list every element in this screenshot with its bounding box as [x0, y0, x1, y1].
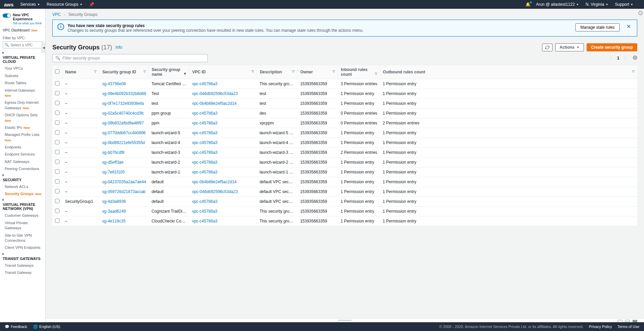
vpc-link[interactable]: vpc-c45786a3 — [192, 209, 217, 214]
sgid-link[interactable]: sg-4d3a8936 — [102, 199, 126, 204]
nav-resource-groups[interactable]: Resource Groups▼ — [47, 2, 82, 7]
sidebar-item[interactable]: Subnets — [0, 72, 45, 79]
table-row[interactable]: –sg-059726d21873accabdefaultvpc-046db925… — [52, 187, 637, 197]
vpc-link[interactable]: vpc-c45786a3 — [192, 219, 217, 223]
sidebar-item[interactable]: Virtual Private Gateways — [0, 219, 45, 232]
col-name[interactable]: Name▽ — [62, 65, 100, 79]
sidebar-item[interactable]: Elastic IPs New — [0, 124, 45, 131]
aws-logo[interactable]: aws — [4, 2, 14, 7]
create-security-group-button[interactable]: Create security group — [587, 43, 637, 51]
select-all-checkbox[interactable] — [55, 69, 59, 74]
table-row[interactable]: –sg-d5eff3aelaunch-wizard-2vpc-c45786a3l… — [52, 158, 637, 167]
table-row[interactable]: –sg-3aad6249Cognizant TrailDigest (...vp… — [52, 207, 637, 216]
table-row[interactable]: –sg-09e4b092b332b8d88Testvpc-046db92596c… — [52, 89, 637, 99]
manage-stale-rules-button[interactable]: Manage stale rules — [575, 23, 620, 31]
sidebar-item[interactable]: Transit Gateway — [0, 269, 45, 276]
sgid-link[interactable]: sg-059726d21873accab — [102, 189, 146, 194]
table-row[interactable]: –sg-7e81f105launch-wizard-1vpc-c45786a3l… — [52, 167, 637, 177]
vpc-link[interactable]: vpc-c45786a3 — [192, 131, 217, 135]
sidebar-item[interactable]: Your VPCs — [0, 65, 45, 72]
layout-full-icon[interactable] — [633, 320, 637, 322]
sgid-link[interactable]: sg-d5eff3ae — [102, 160, 124, 165]
page-prev-button[interactable]: 〈 — [607, 55, 614, 62]
col-desc[interactable]: Description▽ — [257, 65, 298, 79]
row-checkbox[interactable] — [55, 120, 59, 125]
help-panel-icon[interactable] — [638, 11, 643, 16]
sgid-link[interactable]: sg-09e4b092b332b8d88 — [102, 91, 146, 96]
sidebar-item[interactable]: Endpoints — [0, 144, 45, 151]
table-row[interactable]: –sg-0bd89221efe55355dlaunch-wizard-4vpc-… — [52, 138, 637, 148]
sidebar-item[interactable]: Endpoint Services — [0, 151, 45, 158]
row-checkbox[interactable] — [55, 130, 59, 135]
vpc-link[interactable]: vpc-c45786a3 — [192, 140, 217, 145]
nav-region[interactable]: N. Virginia▼ — [586, 2, 608, 7]
actions-dropdown[interactable]: Actions ▼ — [555, 43, 584, 51]
sgid-link[interactable]: sg-b07bcdf8 — [102, 150, 125, 155]
sidebar-item[interactable]: Client VPN Endpoints — [0, 244, 45, 251]
sidebar-item[interactable]: Peering Connections — [0, 165, 45, 172]
sgid-link[interactable]: sg-0f7e1732e93938efa — [102, 101, 144, 106]
vpc-link[interactable]: vpc-0b4b88e2ef5ac2d14 — [192, 101, 237, 106]
row-checkbox[interactable] — [55, 140, 59, 144]
sidebar-item[interactable]: Site-to-Site VPN Connections — [0, 232, 45, 244]
vpc-link[interactable]: vpc-046db92596c53da23 — [192, 91, 238, 96]
table-row[interactable]: –sg-b07bcdf8launch-wizard-3vpc-c45786a3l… — [52, 148, 637, 158]
table-row[interactable]: –sg-09b832afbd9a48f97ppmvpc-c45786a3vpcp… — [52, 118, 637, 128]
vpc-link[interactable]: vpc-c45786a3 — [192, 121, 217, 125]
row-checkbox[interactable] — [55, 199, 59, 203]
new-experience-feedback-link[interactable]: Tell us what you think — [13, 22, 42, 25]
row-checkbox[interactable] — [55, 218, 59, 223]
sidebar-item[interactable]: Customer Gateways — [0, 212, 45, 219]
col-inbound[interactable]: Inbound rules count▽ — [338, 65, 380, 79]
vpc-filter-field[interactable] — [10, 43, 41, 47]
layout-bottom-icon[interactable] — [618, 320, 622, 322]
refresh-button[interactable] — [542, 44, 552, 51]
row-checkbox[interactable] — [55, 179, 59, 184]
table-row[interactable]: SecurityGroup1sg-4d3a8936defaultvpc-c457… — [52, 197, 637, 207]
col-sgid[interactable]: Security group ID▽ — [100, 65, 149, 79]
table-row[interactable]: –sg-0770ddb67cc4b0886launch-wizard-5vpc-… — [52, 128, 637, 138]
vpc-link[interactable]: vpc-c45786a3 — [192, 81, 217, 86]
table-row[interactable]: –sg-43756e08Tomcat Certified by Bit...vp… — [52, 79, 637, 89]
sgid-link[interactable]: sg-3aad6249 — [102, 209, 126, 214]
sgid-link[interactable]: sg-04237035a2aa7ae44 — [102, 180, 146, 184]
sidebar-item[interactable]: NAT Gateways — [0, 158, 45, 165]
sgid-link[interactable]: sg-0770ddb67cc4b0886 — [102, 131, 146, 135]
sidebar-item[interactable]: DHCP Options Sets New — [0, 112, 45, 124]
section-toggle[interactable]: ▼ — [0, 173, 45, 177]
vpc-link[interactable]: vpc-046db92596c53da23 — [192, 189, 238, 194]
flash-close-button[interactable]: ✕ — [625, 23, 632, 30]
table-row[interactable]: –sg-02a5c40740c4cd3fcppm groupvpc-c45786… — [52, 109, 637, 118]
row-checkbox[interactable] — [55, 81, 59, 86]
new-experience-toggle[interactable] — [3, 14, 11, 18]
sgid-link[interactable]: sg-43756e08 — [102, 81, 126, 86]
row-checkbox[interactable] — [55, 169, 59, 174]
sidebar-collapse-handle[interactable]: ◀ — [42, 43, 46, 53]
nav-notifications[interactable]: 🔔 — [525, 2, 531, 7]
col-vpc[interactable]: VPC ID▽ — [189, 65, 257, 79]
vpc-link[interactable]: vpc-c45786a3 — [192, 111, 217, 116]
sgid-link[interactable]: sg-0bd89221efe55355d — [102, 140, 145, 145]
sidebar-item[interactable]: Transit Gateways — [0, 262, 45, 269]
sidebar-item[interactable]: Egress Only Internet Gateways New — [0, 99, 45, 112]
section-toggle[interactable]: ▼ — [0, 252, 45, 256]
vpc-link[interactable]: vpc-c45786a3 — [192, 199, 217, 204]
section-toggle[interactable]: ▼ — [0, 50, 45, 55]
row-checkbox[interactable] — [55, 111, 59, 115]
resize-handle[interactable] — [338, 320, 352, 321]
breadcrumb-vpc[interactable]: VPC — [52, 12, 61, 17]
sgid-link[interactable]: sg-4e116c35 — [102, 219, 126, 223]
nav-support[interactable]: Support▼ — [615, 2, 633, 7]
sgid-link[interactable]: sg-7e81f105 — [102, 170, 125, 174]
sidebar-item[interactable]: Security Groups New — [0, 190, 45, 197]
table-row[interactable]: –sg-4e116c35CloudCheckr Cost and ...vpc-… — [52, 216, 637, 226]
panel-info-link[interactable]: Info — [115, 45, 122, 50]
row-checkbox[interactable] — [55, 209, 59, 213]
sidebar-item[interactable]: Managed Prefix Lists New — [0, 131, 45, 144]
row-checkbox[interactable] — [55, 101, 59, 105]
sgid-link[interactable]: sg-02a5c40740c4cd3fc — [102, 111, 144, 116]
row-checkbox[interactable] — [55, 150, 59, 154]
col-owner[interactable]: Owner▽ — [298, 65, 338, 79]
nav-services[interactable]: Services▼ — [20, 2, 40, 7]
filter-security-groups-box[interactable]: 🔍 — [52, 54, 208, 62]
